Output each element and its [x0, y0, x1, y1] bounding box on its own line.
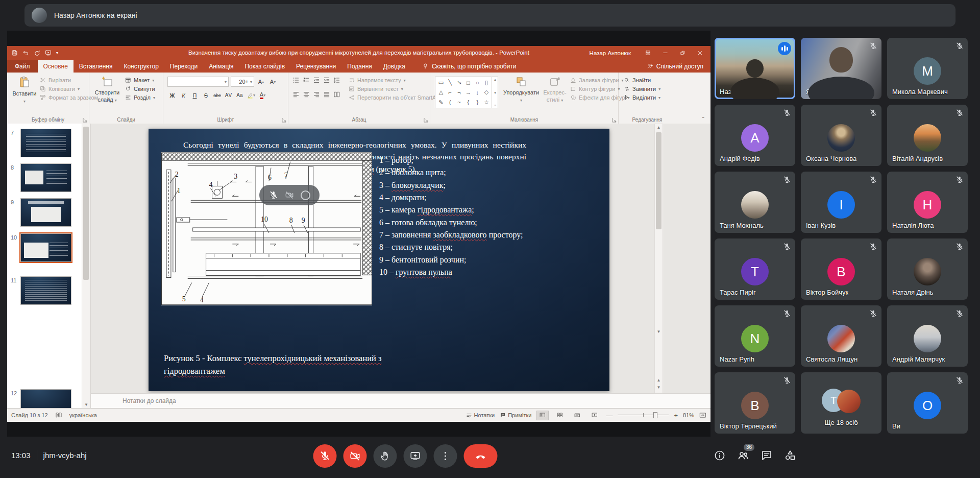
participant-tile[interactable]: ААндрій Федів [715, 105, 795, 166]
align-left-button[interactable] [292, 91, 300, 98]
font-size-combo[interactable]: 20+▾ [231, 77, 254, 87]
grow-font-button[interactable]: А▴ [256, 78, 266, 86]
previous-slide-button[interactable]: ▲ [655, 378, 663, 383]
close-button[interactable] [691, 46, 708, 60]
shape-glyph[interactable]: ⌐ [449, 89, 452, 95]
replace-button[interactable]: Замінити ▾ [624, 86, 660, 92]
align-right-button[interactable] [313, 91, 320, 98]
participant-tile[interactable]: NNazar Pyrih [715, 305, 795, 367]
tab-Анімація[interactable]: Анімація [203, 60, 239, 73]
shape-glyph[interactable]: ◇ [484, 89, 488, 95]
shape-glyph[interactable]: ▯ [485, 79, 488, 86]
reset-button[interactable]: Скинути [125, 86, 155, 92]
shape-glyph[interactable]: ✎ [438, 99, 443, 106]
tab-Показ слайдів[interactable]: Показ слайдів [239, 60, 290, 73]
notes-pane[interactable]: Нотатки до слайда [91, 393, 710, 408]
tab-Рецензування[interactable]: Рецензування [290, 60, 341, 73]
qat-customize-icon[interactable]: ▾ [56, 51, 58, 55]
quick-styles-button[interactable]: Експрес-стилі ▾ [541, 76, 569, 104]
slide-thumbnail-7[interactable] [20, 129, 71, 157]
notes-toggle-button[interactable]: Нотатки [466, 412, 495, 418]
shrink-font-button[interactable]: А▾ [268, 78, 278, 86]
slide-thumbnail-11[interactable] [20, 276, 71, 305]
slide-sorter-view-button[interactable] [554, 411, 566, 420]
tab-Переходи[interactable]: Переходи [164, 60, 203, 73]
shape-glyph[interactable]: ↓ [476, 89, 479, 95]
shape-glyph[interactable]: } [476, 99, 478, 105]
participant-tile[interactable]: ВВіктор Терлецький [715, 372, 795, 434]
next-slide-button[interactable]: ▼ [655, 385, 663, 390]
zoom-out-button[interactable]: — [606, 412, 612, 419]
spell-check-icon[interactable] [55, 412, 62, 419]
highlight-color-button[interactable]: ▾ [246, 91, 256, 100]
chat-button[interactable] [761, 449, 774, 463]
undo-icon[interactable] [22, 50, 29, 56]
slide-thumbnail-9[interactable] [20, 198, 71, 227]
activities-button[interactable] [784, 449, 797, 463]
participant-tile[interactable]: ОВи [887, 372, 968, 434]
shape-glyph[interactable]: { [468, 99, 470, 105]
select-button[interactable]: Виділити ▾ [624, 94, 660, 101]
microphone-off-button[interactable] [313, 444, 337, 468]
meeting-details-button[interactable] [714, 449, 727, 463]
paste-button[interactable]: Вставити ▾ [11, 76, 38, 105]
font-name-combo[interactable]: ▾ [167, 77, 229, 87]
justify-button[interactable] [323, 91, 330, 98]
share-button[interactable]: Спільний доступ [647, 60, 703, 73]
shapes-gallery-scroll[interactable]: ▴▾≡ [492, 77, 498, 108]
account-name[interactable]: Назар Антонюк [590, 50, 631, 56]
restore-button[interactable] [674, 46, 691, 60]
change-case-button[interactable]: Аа [235, 91, 244, 100]
line-spacing-button[interactable] [333, 77, 340, 84]
font-dialog-launcher[interactable] [282, 117, 286, 122]
italic-button[interactable]: К [179, 91, 188, 100]
participant-tile[interactable]: Таня Мохналь [715, 172, 795, 233]
zoom-in-button[interactable]: + [674, 412, 678, 419]
participant-tile[interactable]: ВВіктор Бойчук [801, 238, 881, 300]
slide-scrollbar[interactable]: ▲ ▼ ▲ ▼ [654, 124, 663, 393]
increase-indent-button[interactable] [323, 77, 330, 84]
save-icon[interactable] [11, 50, 18, 56]
shape-glyph[interactable]: ☆ [484, 99, 489, 106]
comments-toggle-button[interactable]: Примітки [500, 412, 531, 418]
shape-glyph[interactable]: → [465, 89, 471, 95]
tab-Файл[interactable]: Файл [7, 60, 38, 73]
scroll-down-icon[interactable]: ▼ [82, 402, 90, 407]
shape-glyph[interactable]: ( [449, 99, 451, 105]
paragraph-dialog-launcher[interactable] [424, 117, 428, 122]
tab-Конструктор[interactable]: Конструктор [118, 60, 164, 73]
arrange-button[interactable]: Упорядкувати ▾ [503, 76, 540, 104]
underline-button[interactable]: П [190, 91, 200, 100]
shape-glyph[interactable]: △ [439, 89, 443, 95]
minimize-button[interactable] [656, 46, 674, 60]
participant-tile[interactable]: Віталій Андрусів [887, 105, 968, 166]
slide-thumbnail-10[interactable] [20, 233, 71, 262]
scroll-down-icon[interactable]: ▼ [655, 329, 663, 334]
find-button[interactable]: Знайти [624, 77, 660, 83]
subscript-button[interactable]: abc [212, 91, 222, 100]
thumbnails-scrollbar[interactable]: ▼ [82, 124, 90, 408]
clipboard-dialog-launcher[interactable] [83, 117, 87, 122]
shape-glyph[interactable]: ~ [457, 99, 460, 105]
drawing-dialog-launcher[interactable] [612, 117, 617, 122]
participant-tile[interactable]: Назар Антонюк [715, 38, 795, 99]
shape-glyph[interactable]: ↘ [457, 79, 461, 86]
participant-tile[interactable]: ННаталія Люта [887, 172, 968, 233]
slide-thumbnail-8[interactable] [20, 163, 71, 192]
zoom-slider[interactable] [618, 412, 669, 419]
shape-glyph[interactable]: ○ [476, 80, 479, 86]
collapse-ribbon-button[interactable]: ⌃ [701, 116, 705, 122]
camera-off-button[interactable] [344, 444, 367, 468]
character-spacing-button[interactable]: АV [224, 91, 233, 100]
normal-view-button[interactable] [536, 411, 549, 420]
slide-canvas[interactable]: Сьогодні тунелі будуються в складних інж… [149, 129, 609, 391]
tab-Основне[interactable]: Основне [38, 60, 74, 73]
layout-button[interactable]: Макет ▾ [125, 77, 155, 83]
tab-Вставлення[interactable]: Вставлення [74, 60, 118, 73]
font-color-button[interactable]: А▾ [258, 91, 267, 100]
strikethrough-button[interactable]: S [201, 91, 211, 100]
participant-tile[interactable]: Оксана Чернова [801, 105, 881, 166]
participant-tile[interactable]: ТТарас Пиріг [715, 238, 795, 300]
present-screen-button[interactable] [404, 444, 427, 468]
shape-glyph[interactable]: ╲ [448, 79, 452, 86]
